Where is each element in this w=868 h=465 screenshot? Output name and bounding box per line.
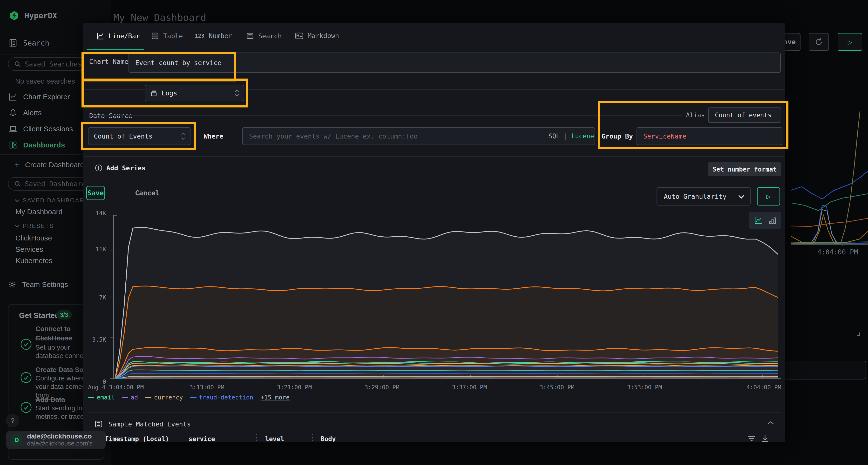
dashboards-grid-icon bbox=[9, 141, 18, 150]
help-button[interactable]: ? bbox=[6, 414, 19, 427]
sidebar-item-client-sessions[interactable]: Client Sessions bbox=[9, 125, 73, 133]
legend-swatch bbox=[145, 397, 151, 398]
sidebar-item-chart-explorer[interactable]: Chart Explorer bbox=[9, 93, 70, 101]
download-icon[interactable] bbox=[761, 434, 769, 442]
number-123-icon: 123 bbox=[195, 33, 205, 39]
sample-events-header: Sample Matched Events bbox=[94, 420, 191, 428]
get-started-badge: 3/3 bbox=[56, 310, 72, 320]
search-doc-icon bbox=[9, 38, 18, 47]
tab-label: Search bbox=[258, 32, 282, 40]
legend-item-currency[interactable]: currency bbox=[145, 394, 183, 401]
refresh-button[interactable] bbox=[809, 33, 829, 51]
x-tick-label: 3:29:00 PM bbox=[346, 384, 418, 391]
separator bbox=[90, 115, 682, 115]
sidebar-item-label: Alerts bbox=[23, 109, 42, 117]
legend-item-fraud-detection[interactable]: fraud-detection bbox=[190, 394, 253, 401]
tab-line-bar[interactable]: Line/Bar bbox=[96, 32, 140, 40]
app-root: HyperDX Search Saved Searches No saved s… bbox=[0, 0, 868, 465]
granularity-select[interactable]: Auto Granularity bbox=[656, 187, 751, 205]
line-chart-icon bbox=[96, 32, 104, 40]
cancel-button[interactable]: Cancel bbox=[135, 189, 159, 197]
chevron-down-icon bbox=[738, 193, 744, 199]
check-circle-icon bbox=[20, 401, 32, 414]
x-tick-label: Aug 4 3:04:00 PM bbox=[88, 384, 144, 391]
chevron-down-icon bbox=[15, 223, 20, 228]
column-header-body[interactable]: Body bbox=[321, 435, 336, 442]
search-icon bbox=[14, 180, 21, 187]
section-saved-dashboards[interactable]: SAVED DASHBOARDS bbox=[16, 197, 94, 204]
search-list-icon bbox=[246, 32, 254, 40]
collapse-chevron-icon[interactable] bbox=[767, 420, 775, 427]
filter-lines-icon[interactable] bbox=[747, 435, 756, 442]
legend-item-ad[interactable]: ad bbox=[122, 394, 138, 401]
sidebar-item-clickhouse[interactable]: ClickHouse bbox=[16, 234, 52, 242]
lucene-toggle[interactable]: Lucene bbox=[571, 133, 594, 140]
column-header-level[interactable]: level bbox=[265, 435, 284, 442]
resize-handle-icon[interactable] bbox=[855, 331, 861, 337]
sidebar-item-kubernetes[interactable]: Kubernetes bbox=[16, 257, 52, 265]
background-chart-x-label: 4:04:00 PM bbox=[817, 248, 858, 256]
background-empty-input[interactable] bbox=[784, 361, 866, 379]
save-button[interactable]: Save bbox=[86, 186, 105, 200]
tab-search[interactable]: Search bbox=[246, 32, 282, 40]
legend-more-link[interactable]: +15 more bbox=[261, 394, 289, 401]
add-series-button[interactable]: Add Series bbox=[95, 164, 146, 172]
play-icon: ▷ bbox=[848, 38, 852, 46]
dashboard-run-button[interactable]: ▷ bbox=[838, 33, 862, 51]
tab-number[interactable]: 123 Number bbox=[195, 32, 232, 39]
annotation-box-group-by-alias bbox=[598, 101, 788, 149]
x-tick-label: 3:37:00 PM bbox=[433, 384, 506, 391]
sidebar-item-search[interactable]: Search bbox=[9, 38, 49, 47]
query-language-toggle: SQL | Lucene bbox=[549, 133, 594, 140]
x-tick-label: 3:21:00 PM bbox=[258, 384, 331, 391]
data-source-label: Data Source bbox=[89, 112, 132, 120]
separator bbox=[88, 412, 781, 413]
sidebar-item-alerts[interactable]: Alerts bbox=[9, 108, 42, 117]
granularity-value: Auto Granularity bbox=[664, 193, 726, 200]
sidebar-item-dashboards[interactable]: Dashboards bbox=[9, 141, 65, 150]
legend-item-email[interactable]: email bbox=[88, 394, 115, 401]
where-input[interactable] bbox=[242, 127, 595, 145]
sql-toggle[interactable]: SQL bbox=[549, 133, 560, 140]
markdown-icon bbox=[295, 33, 303, 39]
y-tick-label: 3.5K bbox=[87, 336, 106, 343]
tab-markdown[interactable]: Markdown bbox=[295, 32, 339, 39]
column-header-service[interactable]: service bbox=[189, 435, 215, 442]
annotation-box-chart-name bbox=[82, 52, 236, 81]
section-label: PRESETS bbox=[23, 223, 54, 229]
x-tick-label: 3:53:00 PM bbox=[608, 384, 681, 391]
pipe-separator: | bbox=[564, 133, 567, 140]
sidebar-item-services[interactable]: Services bbox=[16, 245, 43, 254]
add-series-label: Add Series bbox=[106, 164, 146, 172]
set-number-format-button[interactable]: Set number format bbox=[708, 162, 781, 176]
sidebar-item-team-settings[interactable]: Team Settings bbox=[8, 280, 68, 289]
legend-swatch bbox=[88, 397, 94, 398]
check-circle-icon bbox=[20, 371, 32, 385]
tab-table[interactable]: Table bbox=[151, 32, 183, 40]
gear-icon bbox=[8, 280, 17, 289]
refresh-icon bbox=[814, 37, 824, 46]
play-icon: ▷ bbox=[766, 192, 771, 201]
section-presets[interactable]: PRESETS bbox=[16, 223, 54, 229]
plus-icon: + bbox=[14, 160, 19, 169]
table-icon bbox=[151, 32, 159, 40]
chart-plot-area[interactable] bbox=[110, 213, 782, 382]
run-chart-button[interactable]: ▷ bbox=[757, 187, 780, 205]
logo[interactable]: HyperDX bbox=[9, 10, 57, 21]
y-tick-label: 7K bbox=[87, 294, 106, 301]
create-dashboard-button[interactable]: + Create Dashboard bbox=[14, 160, 84, 169]
column-header-timestamp[interactable]: Timestamp (Local) bbox=[105, 435, 169, 442]
sidebar-item-my-dashboard[interactable]: My Dashboard bbox=[16, 208, 62, 216]
search-icon bbox=[14, 61, 21, 67]
user-menu-chip[interactable]: D dale@clickhouse.co dale@clickhouse.com… bbox=[6, 431, 105, 449]
tab-label: Number bbox=[209, 32, 232, 39]
active-tab-underline bbox=[87, 49, 144, 50]
page-title: My New Dashboard bbox=[113, 12, 206, 23]
column-separator bbox=[180, 434, 180, 442]
sidebar-item-label: Chart Explorer bbox=[23, 93, 70, 101]
plus-circle-icon bbox=[95, 164, 102, 172]
x-tick-label: 3:45:00 PM bbox=[521, 384, 593, 391]
legend-swatch bbox=[190, 397, 196, 398]
tab-label: Line/Bar bbox=[108, 32, 140, 40]
column-separator bbox=[312, 434, 313, 442]
